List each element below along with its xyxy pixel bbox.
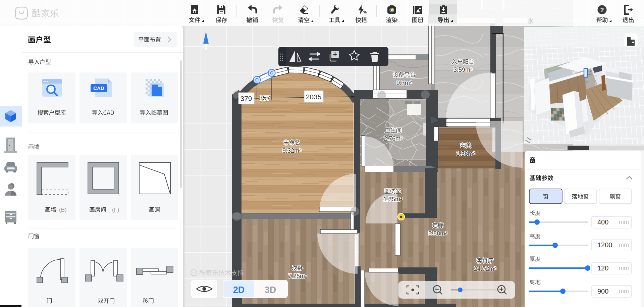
svg-text:9.32m²: 9.32m² [282, 147, 301, 154]
svg-text:1.58m²: 1.58m² [456, 150, 475, 157]
svg-text:7.25m²: 7.25m² [288, 273, 307, 279]
svg-text:mm: mm [619, 219, 629, 225]
svg-text:mm: mm [619, 265, 629, 271]
svg-text:24.72m²: 24.72m² [474, 265, 496, 272]
svg-text:(B): (B) [59, 207, 67, 213]
svg-text:1200: 1200 [597, 241, 612, 249]
svg-text:2035: 2035 [306, 93, 322, 101]
svg-text:3.59m²: 3.59m² [453, 66, 472, 73]
svg-text:2.76m²: 2.76m² [384, 135, 402, 142]
svg-text:120: 120 [597, 264, 608, 272]
svg-text:2D: 2D [233, 285, 245, 295]
svg-text:mm: mm [619, 242, 629, 248]
svg-text:?: ? [600, 7, 604, 13]
svg-text:900: 900 [597, 288, 608, 295]
svg-text:1.75m²: 1.75m² [383, 196, 402, 203]
svg-text:5.88m²: 5.88m² [428, 230, 447, 237]
svg-text:(F): (F) [112, 207, 119, 213]
svg-text:379: 379 [240, 95, 252, 102]
svg-text:CAD: CAD [93, 85, 104, 91]
svg-text:mm: mm [619, 288, 629, 295]
svg-text:3D: 3D [265, 285, 276, 295]
svg-text:0.7m²: 0.7m² [396, 80, 412, 86]
svg-text:357: 357 [259, 94, 270, 102]
svg-text:400: 400 [597, 218, 608, 226]
